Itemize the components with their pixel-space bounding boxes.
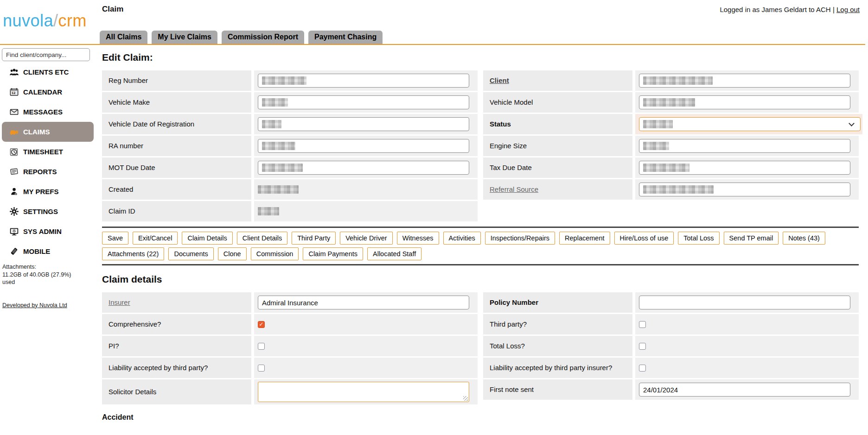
- total-loss-checkbox[interactable]: [639, 343, 646, 350]
- notes-button[interactable]: Notes (43): [783, 232, 825, 245]
- total-loss-button[interactable]: Total Loss: [678, 232, 719, 245]
- clients-icon: [9, 67, 19, 77]
- main-content: Edit Claim: Reg Number Vehicle Make Vehi…: [102, 48, 859, 422]
- accident-heading: Accident: [102, 413, 859, 422]
- sidebar-item-messages[interactable]: MESSAGES: [0, 102, 96, 122]
- commission-button[interactable]: Commission: [251, 247, 299, 260]
- vehicle-date-of-registration-input[interactable]: [258, 117, 469, 131]
- field-row-ra-number: RA number: [102, 136, 478, 156]
- allocated-staff-button[interactable]: Allocated Staff: [367, 247, 421, 260]
- send-tp-email-button[interactable]: Send TP email: [724, 232, 779, 245]
- developed-by-link[interactable]: Developed by Nuvola Ltd: [2, 302, 67, 309]
- redacted-value: [262, 76, 306, 85]
- timesheet-clock-icon: [9, 147, 19, 157]
- chevron-down-icon: [849, 120, 855, 126]
- policy-number-input[interactable]: [639, 296, 850, 309]
- attachments-usage: Attachments: 11.2GB of 40.0GB (27.9%) us…: [0, 261, 96, 286]
- insurer-input[interactable]: [258, 296, 469, 309]
- save-button[interactable]: Save: [102, 232, 128, 245]
- claim-toolbar-row-2: Attachments (22) Documents Clone Commiss…: [102, 247, 859, 260]
- sidebar-item-claims[interactable]: CLAIMS: [2, 122, 94, 142]
- referral-source-input[interactable]: [639, 183, 850, 196]
- sidebar-item-reports[interactable]: REPORTS: [0, 162, 96, 182]
- engine-size-label: Engine Size: [483, 136, 632, 156]
- sidebar-item-label: CLAIMS: [23, 128, 50, 136]
- vehicle-model-label: Vehicle Model: [483, 92, 632, 113]
- sidebar-item-calendar[interactable]: 12 CALENDAR: [0, 82, 96, 102]
- settings-gear-icon: [9, 207, 19, 216]
- client-link-label[interactable]: Client: [483, 70, 632, 91]
- comprehensive-checkbox[interactable]: [258, 321, 265, 328]
- tab-payment-chasing[interactable]: Payment Chasing: [308, 31, 383, 44]
- third-party-checkbox[interactable]: [639, 321, 646, 328]
- hire-loss-of-use-button[interactable]: Hire/Loss of use: [614, 232, 674, 245]
- solicitor-details-textarea[interactable]: [258, 382, 469, 402]
- sidebar-item-sys-admin[interactable]: SYS ADMIN: [0, 221, 96, 241]
- reports-icon: [9, 167, 19, 177]
- tab-all-claims[interactable]: All Claims: [100, 31, 147, 44]
- resize-grip-icon[interactable]: [463, 396, 468, 401]
- logo-crm: crm: [58, 11, 87, 30]
- vehicle-make-label: Vehicle Make: [102, 92, 251, 113]
- witnesses-button[interactable]: Witnesses: [397, 232, 439, 245]
- status-select[interactable]: [639, 117, 861, 131]
- mot-due-date-input[interactable]: [258, 161, 469, 175]
- claim-payments-button[interactable]: Claim Payments: [303, 247, 363, 260]
- tab-my-live-claims[interactable]: My Live Claims: [152, 31, 217, 44]
- liability-third-party-checkbox[interactable]: [258, 365, 265, 372]
- vehicle-date-of-registration-label: Vehicle Date of Registration: [102, 114, 251, 134]
- ra-number-input[interactable]: [258, 139, 469, 153]
- login-status: Logged in as James Geldart to ACH | Log …: [720, 6, 860, 13]
- exit-cancel-button[interactable]: Exit/Cancel: [133, 232, 178, 245]
- policy-number-label: Policy Number: [483, 292, 632, 313]
- field-row-engine-size: Engine Size: [483, 136, 859, 156]
- field-row-liability-third-party: Liability accepted by third party?: [102, 358, 478, 378]
- tax-due-date-input[interactable]: [639, 161, 850, 175]
- vehicle-model-input[interactable]: [639, 95, 850, 109]
- sidebar-item-clients-etc[interactable]: CLIENTS ETC: [0, 62, 96, 82]
- client-details-button[interactable]: Client Details: [237, 232, 287, 245]
- redacted-value: [262, 142, 295, 150]
- engine-size-input[interactable]: [639, 139, 850, 153]
- divider-above-toolbar: [102, 227, 859, 228]
- client-input[interactable]: [639, 74, 850, 88]
- pi-checkbox[interactable]: [258, 343, 265, 350]
- claim-details-button[interactable]: Claim Details: [182, 232, 232, 245]
- logout-link[interactable]: Log out: [836, 6, 860, 13]
- logo-nuvola: nuvola: [3, 11, 53, 30]
- attachments-button[interactable]: Attachments (22): [102, 247, 164, 260]
- replacement-button[interactable]: Replacement: [559, 232, 610, 245]
- sidebar-item-label: CLIENTS ETC: [23, 68, 69, 76]
- search-input[interactable]: [2, 48, 90, 61]
- sidebar-item-my-prefs[interactable]: MY PREFS: [0, 182, 96, 202]
- clone-button[interactable]: Clone: [218, 247, 247, 260]
- field-row-vehicle-make: Vehicle Make: [102, 92, 478, 113]
- status-label: Status: [483, 114, 632, 134]
- inspections-repairs-button[interactable]: Inspections/Repairs: [485, 232, 555, 245]
- referral-source-link-label[interactable]: Referral Source: [483, 179, 632, 200]
- reg-number-input[interactable]: [258, 74, 469, 88]
- sidebar-item-label: TIMESHEET: [23, 148, 63, 156]
- redacted-value: [258, 185, 299, 194]
- liability-tp-insurer-checkbox[interactable]: [639, 365, 646, 372]
- redacted-value: [643, 98, 695, 107]
- documents-button[interactable]: Documents: [168, 247, 213, 260]
- reg-number-label: Reg Number: [102, 70, 251, 91]
- header-divider: [0, 44, 865, 45]
- insurer-link-label[interactable]: Insurer: [102, 292, 251, 313]
- activities-button[interactable]: Activities: [443, 232, 481, 245]
- field-row-tax-due-date: Tax Due Date: [483, 158, 859, 178]
- sidebar-item-settings[interactable]: SETTINGS: [0, 202, 96, 221]
- redacted-value: [643, 164, 689, 172]
- created-label: Created: [102, 179, 251, 200]
- sidebar-item-timesheet[interactable]: TIMESHEET: [0, 142, 96, 162]
- first-note-sent-input[interactable]: [639, 383, 850, 397]
- third-party-button[interactable]: Third Party: [292, 232, 336, 245]
- field-row-vehicle-model: Vehicle Model: [483, 92, 859, 113]
- pi-label: PI?: [102, 336, 251, 356]
- vehicle-driver-button[interactable]: Vehicle Driver: [340, 232, 392, 245]
- tab-commission-report[interactable]: Commission Report: [222, 31, 304, 44]
- svg-text:12: 12: [12, 91, 16, 95]
- sidebar-item-mobile[interactable]: MOBILE: [0, 241, 96, 261]
- vehicle-make-input[interactable]: [258, 95, 469, 109]
